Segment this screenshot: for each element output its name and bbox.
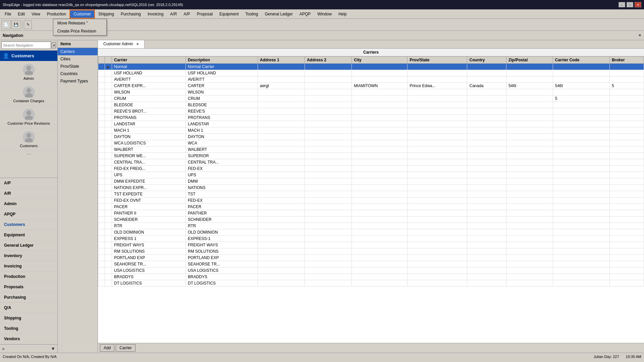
data-table-container[interactable]: Carrier Description Address 1 Address 2 … [98,56,644,343]
maximize-button[interactable]: □ [627,2,633,7]
menu-ar[interactable]: A/R [167,10,180,18]
sidebar-item-ap[interactable]: A/P [0,178,57,188]
menu-file[interactable]: File [1,10,14,18]
nav-icon-customers[interactable]: Customers [0,128,57,151]
item-cities[interactable]: Cities [58,55,98,63]
minimize-button[interactable]: – [619,2,625,7]
table-row[interactable]: WCA LOGISTICS WCA [98,140,644,146]
menu-shipping[interactable]: Shipping [95,10,117,18]
sidebar-item-proposals[interactable]: Proposals [0,282,57,292]
table-row[interactable]: FREIGHT WAYS FREIGHT WAYS [98,242,644,248]
table-row[interactable]: USF HOLLAND USF HOLLAND [98,70,644,76]
nav-icon-admin[interactable]: Admin [0,61,57,83]
table-row[interactable]: REEVE'S BROT... REEVE'S [98,108,644,115]
search-clear-button[interactable]: ✕ [52,42,56,48]
menu-view[interactable]: View [28,10,44,18]
table-row[interactable]: SEAHORSE TR... SEAHORSE TR... [98,261,644,267]
sidebar-item-invoicing[interactable]: Invoicing [0,261,57,272]
table-row[interactable]: LANDSTAR LANDSTAR [98,121,644,127]
sidebar-item-general-ledger[interactable]: General Ledger [0,240,57,251]
dropdown-move-releases[interactable]: Move Releases " [53,19,106,27]
table-row[interactable]: OLD DOMINION OLD DOMINION [98,229,644,236]
nav-expand-button[interactable]: » [1,345,5,352]
menu-help[interactable]: Help [335,10,350,18]
menu-purchasing[interactable]: Purchasing [117,10,144,18]
table-row[interactable]: RTR RTR [98,223,644,229]
tab-customer-admin[interactable]: Customer Admin ✕ [98,40,145,48]
table-row[interactable]: RM SOLUTIONS RM SOLUTIONS [98,248,644,255]
nav-icon-container-charges[interactable]: Container Charges [0,83,57,106]
dropdown-create-price-revision[interactable]: Create Price Revision [53,27,106,35]
col-provstate[interactable]: Prov/State [408,57,467,64]
menu-invoicing[interactable]: Invoicing [144,10,167,18]
table-row[interactable]: BLEDSOE BLEDSOE [98,102,644,108]
table-row[interactable]: WILSON WILSON [98,89,644,96]
col-address1[interactable]: Address 1 [258,57,305,64]
table-row[interactable]: EXPRESS 1 EXPRESS-1 [98,236,644,242]
menu-tooling[interactable]: Tooling [242,10,261,18]
carrier-button[interactable]: Carrier [116,344,136,352]
menu-ap[interactable]: A/P [180,10,193,18]
sidebar-item-vendors[interactable]: Vendors [0,334,57,344]
item-prov-state[interactable]: Prov/State [58,63,98,70]
table-row[interactable]: TST EXPEDITE TST [98,191,644,197]
col-broker[interactable]: Broker [609,57,644,64]
close-button[interactable]: ✕ [635,2,641,7]
table-row[interactable]: PROTRANS PROTRANS [98,115,644,121]
table-row[interactable]: DAYTON DAYTON [98,134,644,140]
table-row[interactable]: PORTLAND EXP PORTLAND EXP [98,255,644,261]
item-payment-types[interactable]: Payment Types [58,77,98,85]
table-row[interactable]: AVERITT AVERITT [98,76,644,83]
sidebar-item-equipment[interactable]: Equipment [0,230,57,240]
table-row[interactable]: CENTRAL TRA... CENTRAL TRA... [98,159,644,166]
col-zippostal[interactable]: Zip/Postal [506,57,553,64]
menu-apqp[interactable]: APQP [296,10,314,18]
col-carriercode[interactable]: Carrier Code [553,57,609,64]
table-row[interactable]: MACH 1 MACH 1 [98,127,644,134]
table-row[interactable]: DMW EXPEDITE DMW [98,178,644,185]
sidebar-item-ar[interactable]: A/R [0,188,57,199]
col-city[interactable]: City [352,57,408,64]
sidebar-item-production[interactable]: Production [0,272,57,282]
edit-button[interactable]: ✎ [24,20,32,29]
menu-window[interactable]: Window [314,10,335,18]
new-button[interactable]: 📄 [1,20,11,29]
table-row[interactable]: UPS UPS [98,172,644,178]
sidebar-item-qa[interactable]: Q/A [0,303,57,313]
save-button[interactable]: 💾 [11,20,21,29]
nav-close-icon[interactable]: ✕ [638,33,641,38]
menu-production[interactable]: Production [44,10,69,18]
table-row[interactable]: PANTHER II PANTHER [98,210,644,217]
table-row[interactable]: ▶ Normal Normal Carrier [98,64,644,70]
col-country[interactable]: Country [467,57,506,64]
table-row[interactable]: SUPERIOR WE... SUPERIOR [98,153,644,159]
add-button[interactable]: Add [100,344,114,352]
table-row[interactable]: SCHNEIDER SCHNEIDER [98,217,644,223]
table-row[interactable]: BRADDYS BRADDYS [98,274,644,280]
table-row[interactable]: CRUM CRUM 5 [98,96,644,102]
sidebar-item-admin[interactable]: Admin [0,199,57,209]
sidebar-item-shipping[interactable]: Shipping [0,313,57,323]
table-row[interactable]: FED-EX FREIG... FED-EX [98,166,644,172]
table-row[interactable]: FED-EX OVNT FED-EX [98,197,644,204]
menu-edit[interactable]: Edit [14,10,28,18]
menu-customer[interactable]: Customer [69,10,95,18]
item-countries[interactable]: Countries [58,70,98,77]
search-input[interactable] [1,42,51,49]
nav-options-button[interactable]: ▼ [50,345,56,352]
menu-general-ledger[interactable]: General Ledger [262,10,296,18]
nav-icon-customer-price-revisions[interactable]: Customer Price Revisions [0,106,57,128]
table-row[interactable]: PACER PACER [98,204,644,210]
table-row[interactable]: WALBERT WALBERT [98,146,644,153]
col-address2[interactable]: Address 2 [305,57,352,64]
sidebar-item-purchasing[interactable]: Purchasing [0,292,57,303]
sidebar-item-inventory[interactable]: Inventory [0,251,57,261]
table-row[interactable]: USA LOGISTICS USA LOGISTICS [98,267,644,274]
sidebar-item-apqp[interactable]: APQP [0,209,57,220]
table-row[interactable]: NATIONS EXPR... NATIONS [98,185,644,191]
table-row[interactable]: DT LOGISTICS DT LOGISTICS [98,280,644,287]
menu-proposal[interactable]: Proposal [194,10,216,18]
table-row[interactable]: CARTER EXPR... CARTER aergt MIAMITOWN Pr… [98,83,644,89]
item-carriers[interactable]: Carriers [58,48,98,55]
sidebar-item-tooling[interactable]: Tooling [0,323,57,334]
